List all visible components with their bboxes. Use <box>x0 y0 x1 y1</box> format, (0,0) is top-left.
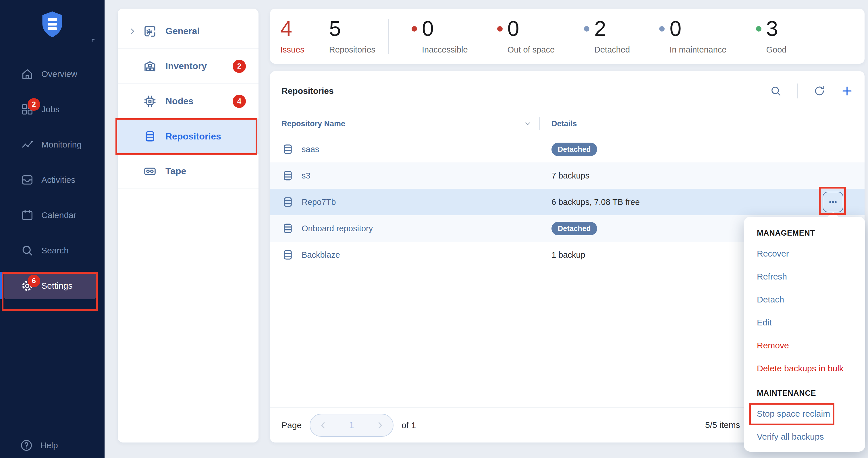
add-repository-plus-icon[interactable] <box>841 85 853 97</box>
menu-item-verify-all-backups[interactable]: Verify all backups <box>744 425 865 448</box>
tape-icon <box>143 164 157 178</box>
stat-in-maintenance: 0 In maintenance <box>659 18 726 55</box>
jobs-count-badge: 2 <box>28 98 40 111</box>
sidebar-item-overview[interactable]: Overview <box>0 56 104 92</box>
stat-detached: 2 Detached <box>584 18 630 55</box>
repository-details: 6 backups, 7.08 TB free <box>539 197 865 207</box>
table-row-saas[interactable]: saas Detached <box>270 136 865 162</box>
sidebar-item-label: Activities <box>41 175 75 185</box>
page-of-label: of 1 <box>402 420 416 430</box>
column-header-repository-name[interactable]: Repository Name <box>270 119 539 128</box>
subnav-item-tape[interactable]: Tape <box>118 154 258 189</box>
sidebar-item-label: Calendar <box>41 210 76 220</box>
search-icon[interactable] <box>770 85 782 97</box>
chip-icon <box>143 94 157 108</box>
sidebar-collapse-icon[interactable] <box>91 38 98 45</box>
settings-count-badge: 6 <box>28 274 40 287</box>
table-row-s3[interactable]: s3 7 backups <box>270 162 865 189</box>
subnav-item-general[interactable]: General <box>118 14 258 49</box>
subnav-item-nodes[interactable]: Nodes 4 <box>118 84 258 119</box>
stat-inaccessible: 0 Inaccessible <box>412 18 468 55</box>
database-icon <box>281 249 294 261</box>
sidebar-item-monitoring[interactable]: Monitoring <box>0 127 104 162</box>
stat-label: Out of space <box>507 45 555 55</box>
stats-divider <box>388 19 389 54</box>
repository-name-link[interactable]: saas <box>302 144 319 154</box>
table-header: Repository Name Details <box>270 111 865 136</box>
database-icon <box>281 196 294 208</box>
status-dot-slate <box>584 26 589 32</box>
next-page-chevron-icon[interactable] <box>375 420 385 430</box>
sidebar-item-help[interactable]: Help <box>20 438 58 452</box>
subnav-item-label: Tape <box>165 166 186 176</box>
sidebar: Overview 2 Jobs Monitoring <box>0 0 104 458</box>
repository-name-link[interactable]: Onboard repository <box>302 224 373 233</box>
inventory-count-badge: 2 <box>232 60 246 73</box>
repository-name-link[interactable]: Backblaze <box>302 250 340 260</box>
refresh-icon[interactable] <box>813 85 826 97</box>
menu-item-refresh[interactable]: Refresh <box>744 265 865 288</box>
stat-value: 2 <box>594 18 630 39</box>
row-actions-ellipsis-button[interactable] <box>823 192 843 212</box>
menu-item-edit[interactable]: Edit <box>744 311 865 334</box>
sort-chevron-down-icon[interactable] <box>523 119 532 128</box>
stat-good: 3 Good <box>756 18 787 55</box>
ellipsis-icon <box>827 196 839 208</box>
status-dot-slate <box>659 26 664 32</box>
repository-actions-context-menu: MANAGEMENT Recover Refresh Detach Edit R… <box>744 217 865 452</box>
page-label: Page <box>281 420 302 430</box>
settings-subnav: General Inventory 2 Nodes 4 <box>118 9 258 443</box>
search-icon <box>21 244 34 257</box>
detached-status-badge: Detached <box>552 143 597 156</box>
stat-label: Detached <box>594 45 630 55</box>
column-label: Repository Name <box>281 119 345 128</box>
repository-name-link[interactable]: s3 <box>302 171 310 181</box>
table-row-repo7tb[interactable]: Repo7Tb 6 backups, 7.08 TB free <box>270 189 865 215</box>
gear-icon: 6 <box>21 279 34 292</box>
previous-page-chevron-icon[interactable] <box>318 420 328 430</box>
database-icon <box>281 222 294 235</box>
help-label: Help <box>40 440 58 450</box>
page-stepper: 1 <box>310 414 394 437</box>
sidebar-item-calendar[interactable]: Calendar <box>0 197 104 233</box>
repository-name-link[interactable]: Repo7Tb <box>302 197 336 207</box>
chevron-right-icon[interactable] <box>128 27 137 36</box>
subnav-item-label: Nodes <box>165 96 194 106</box>
subnav-item-label: Inventory <box>165 61 207 71</box>
menu-item-delete-backups-in-bulk[interactable]: Delete backups in bulk <box>744 357 865 380</box>
database-icon <box>281 143 294 156</box>
subnav-item-repositories[interactable]: Repositories <box>118 119 258 154</box>
menu-item-remove[interactable]: Remove <box>744 334 865 357</box>
sidebar-item-jobs[interactable]: 2 Jobs <box>0 92 104 127</box>
inbox-icon <box>21 173 34 187</box>
menu-item-detach[interactable]: Detach <box>744 288 865 311</box>
database-icon <box>281 169 294 182</box>
stat-label: Issues <box>280 45 305 55</box>
panel-header: Repositories <box>270 71 865 111</box>
stat-repositories: 5 Repositories <box>329 18 375 55</box>
sidebar-item-settings[interactable]: 6 Settings <box>0 268 104 303</box>
toolbar-divider <box>797 84 798 98</box>
status-dot-red <box>497 26 503 32</box>
stat-value: 3 <box>766 18 787 39</box>
sidebar-nav: Overview 2 Jobs Monitoring <box>0 56 104 303</box>
status-dot-red <box>412 26 417 32</box>
stat-value: 5 <box>329 18 375 39</box>
menu-pointer-notch <box>828 212 839 217</box>
repository-stats-bar: 4 Issues 5 Repositories 0 Inaccessible 0… <box>270 9 865 64</box>
sidebar-item-activities[interactable]: Activities <box>0 162 104 197</box>
warehouse-icon <box>143 59 157 73</box>
current-page-number[interactable]: 1 <box>349 420 354 430</box>
sidebar-item-search[interactable]: Search <box>0 233 104 268</box>
subnav-item-label: Repositories <box>165 131 221 142</box>
panel-title: Repositories <box>281 86 770 96</box>
app-logo-shield-icon <box>39 10 65 41</box>
subnav-item-inventory[interactable]: Inventory 2 <box>118 49 258 84</box>
sidebar-item-label: Overview <box>41 69 77 79</box>
stat-label: In maintenance <box>670 45 726 55</box>
menu-item-recover[interactable]: Recover <box>744 242 865 265</box>
status-dot-green <box>756 26 762 32</box>
database-icon <box>143 129 157 143</box>
grid-icon: 2 <box>21 103 34 116</box>
menu-item-stop-space-reclaim[interactable]: Stop space reclaim <box>744 402 865 425</box>
